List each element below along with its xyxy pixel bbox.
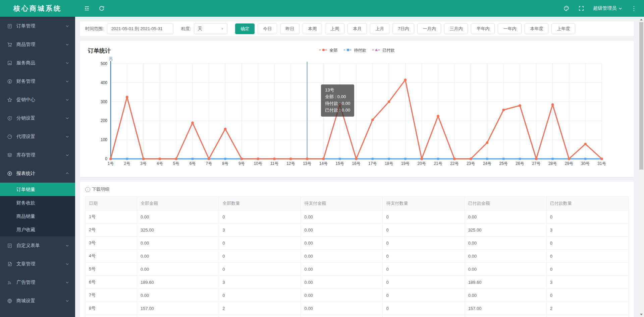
granularity-select[interactable]: 天 ▼ (194, 23, 227, 34)
quick-range-button[interactable]: 本年度 (525, 23, 548, 34)
table-cell: 0.00 (301, 289, 383, 302)
sidebar-item-report[interactable]: 报表统计 (0, 164, 75, 183)
quick-range-button[interactable]: 半年内 (471, 23, 495, 34)
triangle-down-icon (640, 314, 643, 315)
table-cell: 0 (219, 315, 301, 317)
sidebar-item-form[interactable]: 自定义表单 (0, 236, 75, 255)
line-chart[interactable]: 0100200300400500元1号2号3号4号5号6号7号8号9号10号11… (88, 57, 626, 169)
detail-table: 日期全部金额全部数量待支付金额待支付数量已付款金额已付款数量 1号0.0000.… (85, 196, 629, 317)
quick-range-button[interactable]: 一年内 (498, 23, 522, 34)
legend-item-已付款[interactable]: 已付款 (372, 48, 395, 53)
quick-range-button[interactable]: 三月内 (444, 23, 468, 34)
page-scrollbar[interactable] (639, 17, 644, 317)
quick-range-buttons: 今日昨日本周上周本月上月7日内一月内三月内半年内一年内本年度上年度 (258, 23, 575, 34)
ads-icon (7, 279, 13, 286)
scroll-down-button[interactable] (639, 312, 644, 317)
quick-range-button[interactable]: 上月 (370, 23, 389, 34)
confirm-button[interactable]: 确定 (235, 23, 255, 34)
table-cell: 0.00 (301, 263, 383, 276)
chevron-down-icon (65, 153, 69, 157)
table-cell: 5号 (86, 263, 137, 276)
table-cell: 4号 (86, 250, 137, 263)
sidebar-item-inventory[interactable]: 库存管理 (0, 146, 75, 164)
svg-text:15号: 15号 (336, 161, 344, 166)
table-cell: 1号 (86, 210, 137, 224)
svg-text:300: 300 (101, 100, 107, 104)
svg-text:29号: 29号 (565, 161, 573, 166)
table-row: 9号0.0000.0000.000 (86, 315, 629, 317)
granularity-value: 天 (198, 26, 202, 32)
theme-palette-icon[interactable] (564, 5, 570, 11)
sidebar-item-agent[interactable]: 代理设置 (0, 127, 75, 146)
scroll-up-button[interactable] (639, 17, 644, 22)
quick-range-button[interactable]: 今日 (258, 23, 277, 34)
sidebar-item-article[interactable]: 文章管理 (0, 255, 75, 273)
sidebar-subitem[interactable]: 用户收藏 (0, 223, 75, 236)
quick-range-button[interactable]: 上年度 (551, 23, 575, 34)
sidebar-item-label: 服务商品 (16, 60, 65, 66)
legend-item-待付款[interactable]: 待付款 (344, 48, 366, 53)
refresh-icon[interactable] (99, 5, 105, 11)
quick-range-button[interactable]: 昨日 (280, 23, 300, 34)
user-menu[interactable]: 超级管理员 (593, 5, 622, 11)
order-icon (7, 23, 13, 29)
legend-item-全部[interactable]: 全部 (319, 48, 338, 53)
table-cell: 0 (546, 210, 628, 224)
table-cell: 0.00 (465, 289, 546, 302)
sidebar-collapse-icon[interactable] (84, 5, 90, 11)
table-cell: 0.00 (137, 315, 219, 317)
table-cell: 0.00 (301, 210, 383, 224)
svg-text:200: 200 (101, 118, 107, 123)
sidebar-item-star[interactable]: 促销中心 (0, 90, 75, 109)
filter-bar: 时间范围: 粒度: 天 ▼ 确定 今日昨日本周上周本月上月7日内一月内三月内半年… (80, 21, 634, 36)
table-row: 7号0.0000.0000.000 (86, 289, 629, 302)
quick-range-button[interactable]: 7日内 (392, 23, 414, 34)
cart-icon (7, 42, 13, 48)
caret-down-icon: ▼ (221, 27, 224, 30)
sidebar-item-store[interactable]: 服务商品 (0, 54, 75, 72)
table-row: 2号325.0030.000325.003 (86, 224, 629, 237)
quick-range-button[interactable]: 本月 (347, 23, 367, 34)
svg-text:14号: 14号 (319, 161, 328, 166)
chevron-down-icon (65, 43, 69, 46)
sidebar-subitem[interactable]: 财务收款 (0, 196, 75, 209)
sidebar-item-label: 促销中心 (16, 97, 65, 103)
table-cell: 0 (546, 289, 628, 302)
table-cell: 0 (219, 210, 301, 224)
sidebar-item-order[interactable]: 订单管理 (0, 17, 75, 35)
quick-range-button[interactable]: 上周 (325, 23, 344, 34)
sidebar-subitem[interactable]: 商品销量 (0, 209, 75, 223)
quick-range-button[interactable]: 本周 (303, 23, 322, 34)
sidebar-item-finance[interactable]: 财务管理 (0, 72, 75, 90)
table-cell: 0.00 (465, 315, 546, 317)
quick-range-button[interactable]: 一月内 (417, 23, 441, 34)
download-detail-link[interactable]: ↓ 下载明细 (85, 186, 109, 192)
chevron-down-icon (65, 244, 69, 247)
finance-icon (7, 78, 13, 84)
more-options-icon[interactable]: ⋮ (631, 6, 637, 11)
sidebar-subitem[interactable]: 订单销量 (0, 183, 75, 196)
date-range-input[interactable] (107, 23, 173, 34)
date-range-label: 时间范围: (85, 26, 104, 32)
table-cell: 2 (546, 302, 628, 315)
agent-icon (7, 134, 13, 140)
sidebar-menu: 订单管理商品管理服务商品财务管理促销中心分销设置代理设置库存管理报表统计订单销量… (0, 17, 75, 310)
table-cell: 189.60 (137, 276, 219, 289)
svg-text:21号: 21号 (434, 161, 442, 166)
table-cell: 7号 (86, 289, 137, 302)
scrollbar-thumb[interactable] (639, 22, 643, 170)
sidebar-item-distribution[interactable]: 分销设置 (0, 109, 75, 127)
sidebar-item-cart[interactable]: 商品管理 (0, 35, 75, 54)
table-cell: 0.00 (301, 302, 383, 315)
sidebar-item-ads[interactable]: 广告管理 (0, 273, 75, 292)
sidebar-item-label: 报表统计 (16, 171, 65, 177)
sidebar: 核心商城系统 订单管理商品管理服务商品财务管理促销中心分销设置代理设置库存管理报… (0, 0, 75, 317)
sidebar-item-label: 商城设置 (16, 298, 65, 304)
svg-text:23号: 23号 (467, 161, 475, 166)
legend-circle-marker (319, 48, 328, 53)
fullscreen-icon[interactable] (578, 5, 584, 11)
sidebar-item-mall[interactable]: 商城设置 (0, 292, 75, 310)
download-icon: ↓ (85, 187, 90, 192)
legend-label: 待付款 (354, 48, 366, 53)
svg-text:1号: 1号 (108, 161, 114, 166)
